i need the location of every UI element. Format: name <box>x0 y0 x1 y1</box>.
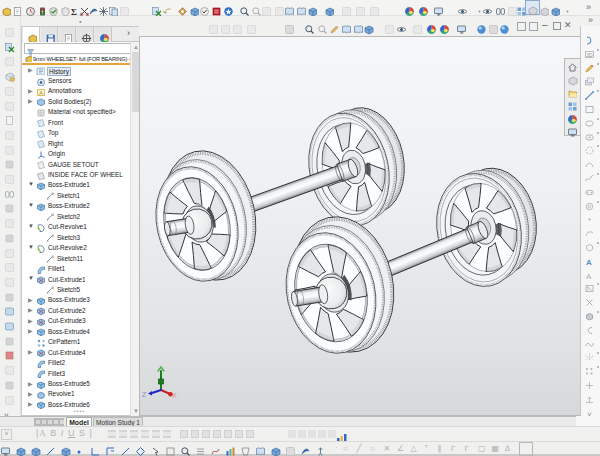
svg-text:A: A <box>586 258 592 267</box>
svg-text:A: A <box>39 90 43 96</box>
svg-text:Σ: Σ <box>71 7 77 16</box>
svg-text:3D: 3D <box>586 52 593 58</box>
svg-text:Z: Z <box>142 391 147 398</box>
svg-text:X: X <box>172 392 177 399</box>
